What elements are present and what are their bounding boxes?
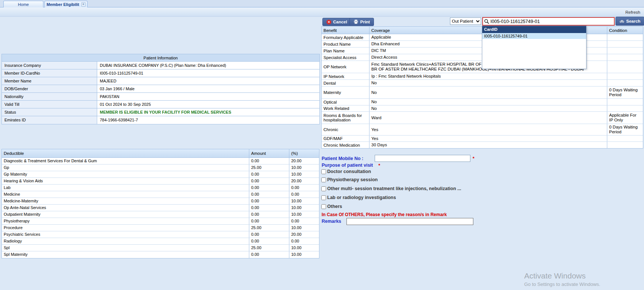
print-button-label: Print — [360, 20, 370, 24]
purpose-checkbox-label: Lab or radiology investigations — [327, 195, 396, 200]
deductible-amount-cell: 0.00 — [249, 198, 289, 204]
deductible-name-cell: Spl Maternity — [2, 251, 249, 258]
deductible-header-name[interactable]: Deductible — [2, 149, 249, 157]
deductible-row: Spl Maternity0.0010.00 — [2, 251, 319, 258]
benefit-name-cell: Dental — [322, 80, 369, 86]
purpose-checkbox-label: Physiotherapy session — [327, 177, 378, 182]
purpose-checkbox-row[interactable]: Other multi- session treatment like inje… — [321, 186, 461, 191]
benefit-coverage-cell: No — [369, 105, 607, 111]
deductible-table: Deductible Amount (%) Diagnostic & Treat… — [1, 149, 319, 258]
tab-bar: Home Member Eligibilit ✕ — [0, 0, 644, 7]
watermark-line2: Go to Settings to activate Windows. — [524, 281, 600, 287]
deductible-percent-cell: 10.00 — [289, 198, 319, 204]
benefit-name-cell: Specialist Access — [322, 54, 369, 61]
patient-info-row: Insurance CompanyDUBAI INSURANCE COMPANY… — [2, 62, 319, 69]
deductible-amount-cell: 0.00 — [249, 191, 289, 198]
benefit-condition-cell — [607, 48, 643, 54]
deductible-percent-cell: 10.00 — [289, 211, 319, 218]
patient-info-row: StatusMEMBER IS ELIGIBLE IN YOUR FACILIT… — [2, 108, 319, 116]
purpose-checkbox[interactable] — [321, 204, 326, 209]
benefit-row: ChronicYes0 Days Waiting Period — [322, 124, 643, 136]
refresh-link[interactable]: Refresh — [625, 10, 640, 14]
purpose-checkbox-row[interactable]: Others — [321, 204, 342, 209]
deductible-row: Lab0.000.00 — [2, 185, 319, 191]
purpose-checkbox-row[interactable]: Doctor consultation — [321, 169, 371, 174]
patient-field-value: I005-010-116125749-01 — [97, 69, 319, 77]
benefit-header-condition[interactable]: Condition — [607, 27, 643, 34]
benefit-condition-cell: 0 Days Waiting Period — [607, 87, 643, 98]
deductible-header-amount[interactable]: Amount — [249, 149, 289, 157]
patient-field-label: Member Name — [2, 77, 97, 85]
benefit-name-cell: Chronic Medication — [322, 142, 369, 148]
benefit-name-cell: GDF/MAF — [322, 136, 369, 141]
deductible-percent-cell: 20.00 — [289, 231, 319, 238]
patient-field-value: 01 Oct 2024 to 30 Sep 2025 — [97, 101, 319, 108]
purpose-checkbox-row[interactable]: Lab or radiology investigations — [321, 195, 396, 200]
benefit-condition-cell — [607, 99, 643, 105]
benefit-coverage-cell: Ward — [369, 112, 607, 124]
patient-field-label: DOB/Gender — [2, 85, 97, 92]
benefit-condition-cell — [607, 142, 643, 148]
deductible-name-cell: Spl — [2, 245, 249, 251]
purpose-checkbox[interactable] — [321, 177, 326, 182]
deductible-amount-cell: 0.00 — [249, 158, 289, 164]
benefit-condition-cell — [607, 61, 643, 73]
benefit-coverage-cell: Yes — [369, 124, 607, 135]
cancel-button[interactable]: ✕ Cancel — [322, 18, 351, 26]
print-icon — [354, 20, 358, 24]
print-button[interactable]: Print — [349, 18, 374, 26]
benefit-coverage-cell: No — [369, 87, 607, 98]
deductible-name-cell: Hearing & Vision Aids — [2, 178, 249, 184]
benefit-row: Chronic Medication30 Days — [322, 142, 643, 148]
benefit-row: Rooms & Boards for hospitalisationWardAp… — [322, 112, 643, 124]
patient-type-select[interactable]: Out Patient — [450, 17, 481, 25]
patient-info-rows: Insurance CompanyDUBAI INSURANCE COMPANY… — [2, 62, 319, 124]
benefit-name-cell: Chronic — [322, 124, 369, 135]
deductible-amount-cell: 25.00 — [249, 225, 289, 231]
benefit-header-benefit[interactable]: Benefit — [322, 27, 369, 34]
activate-windows-watermark: Activate Windows Go to Settings to activ… — [524, 271, 600, 287]
deductible-row: Procedure25.0010.00 — [2, 225, 319, 231]
deductible-amount-cell: 0.00 — [249, 218, 289, 224]
benefit-condition-cell — [607, 80, 643, 86]
tab-member-eligibility[interactable]: Member Eligibilit ✕ — [45, 1, 88, 7]
patient-info-row: Member ID-CardNoI005-010-116125749-01 — [2, 69, 319, 77]
mobile-required-asterisk: * — [473, 156, 474, 161]
deductible-header-percent[interactable]: (%) — [289, 149, 319, 157]
deductible-row: Spl25.0010.00 — [2, 245, 319, 251]
purpose-checkbox[interactable] — [321, 169, 326, 174]
deductible-amount-cell: 0.00 — [249, 178, 289, 184]
purpose-checkbox[interactable] — [321, 195, 326, 200]
deductible-name-cell: Outpatient Maternity — [2, 211, 249, 218]
patient-info-table: Patient Information Insurance CompanyDUB… — [1, 54, 320, 124]
benefit-row: MaternityNo0 Days Waiting Period — [322, 87, 643, 99]
deductible-amount-cell: 0.00 — [249, 231, 289, 238]
benefit-condition-cell — [607, 34, 643, 40]
card-suggest-item[interactable]: I005-010-116125749-01 — [482, 33, 586, 39]
purpose-checkbox-label: Other multi- session treatment like inje… — [327, 186, 461, 191]
patient-info-row: DOB/Gender03 Jan 1966 / Male — [2, 85, 319, 93]
deductible-amount-cell: 0.00 — [249, 171, 289, 177]
watermark-line1: Activate Windows — [524, 271, 600, 280]
search-button[interactable]: Search — [615, 17, 644, 26]
tab-close-icon[interactable]: ✕ — [81, 2, 86, 7]
mobile-input[interactable] — [375, 155, 470, 162]
tab-member-eligibility-label: Member Eligibilit — [46, 2, 79, 7]
deductible-row: Radiology0.000.00 — [2, 238, 319, 245]
benefit-name-cell: Formulary Applicable — [322, 34, 369, 40]
deductible-name-cell: Radiology — [2, 238, 249, 244]
deductible-name-cell: Diagnostic & Treatment Services For Dent… — [2, 158, 249, 164]
benefit-condition-cell — [607, 41, 643, 47]
member-search-input[interactable] — [490, 19, 613, 25]
benefit-coverage-cell: No — [369, 80, 607, 86]
deductible-row: Op Ante-Natal Services0.0010.00 — [2, 205, 319, 211]
purpose-checkbox-row[interactable]: Physiotherapy session — [321, 177, 378, 182]
purpose-required-asterisk: * — [378, 163, 380, 168]
purpose-checkbox-label: Doctor consultation — [327, 169, 371, 174]
purpose-checkbox[interactable] — [321, 186, 326, 191]
tab-home[interactable]: Home — [3, 1, 43, 7]
remarks-input[interactable] — [346, 218, 473, 225]
top-strip: Refresh — [0, 7, 644, 17]
deductible-name-cell: Physiotherapy — [2, 218, 249, 224]
others-note: In Case Of OTHERS, Please specify the re… — [322, 212, 447, 217]
